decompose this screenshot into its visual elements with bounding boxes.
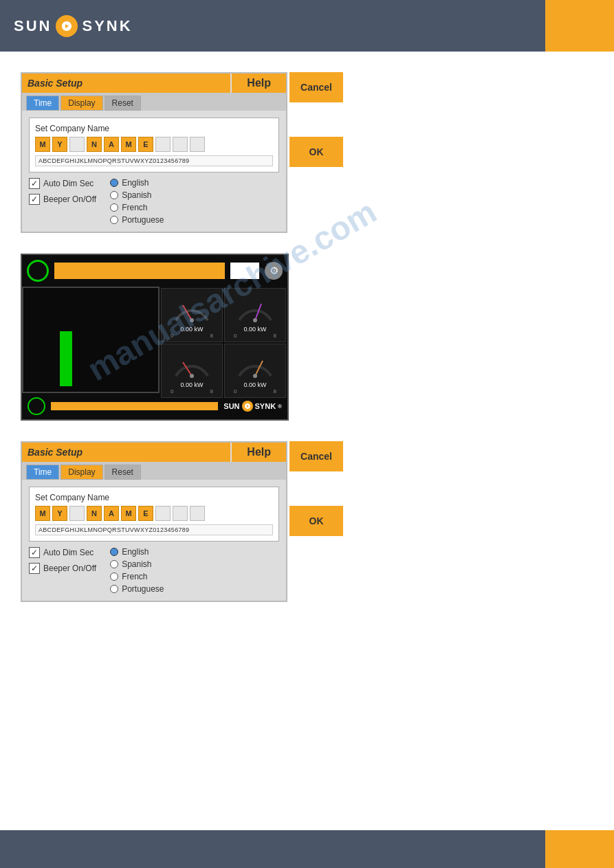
char-Y-1[interactable]: Y <box>52 137 67 152</box>
char-N-2[interactable]: N <box>87 506 102 521</box>
auto-dim-checkbox-1[interactable]: ✓ <box>29 178 40 189</box>
gauge-scale-3: 08 <box>171 388 213 394</box>
beeper-label-1: Beeper On/Off <box>43 194 96 204</box>
radio-spanish-1[interactable]: Spanish <box>110 190 164 200</box>
radio-portuguese-dot-2 <box>110 585 118 593</box>
ok-button-1[interactable]: OK <box>289 137 343 167</box>
tab-display-2[interactable]: Display <box>61 465 102 480</box>
radio-portuguese-dot-1 <box>110 216 118 224</box>
tab-time-2[interactable]: Time <box>26 465 59 480</box>
bottom-orange-bar <box>51 402 218 410</box>
company-name-label-2: Set Company Name <box>35 493 273 502</box>
panel2-tabs: Time Display Reset <box>22 462 286 480</box>
radio-french-1[interactable]: French <box>110 203 164 212</box>
tab-reset-2[interactable]: Reset <box>105 465 141 480</box>
panel2-help-btn[interactable]: Help <box>230 443 286 462</box>
gauge-4: 0.00 kW 08 <box>224 344 286 398</box>
beeper-label-2: Beeper On/Off <box>43 564 96 573</box>
char-empty4-1[interactable] <box>190 137 205 152</box>
char-empty2-1[interactable] <box>155 137 171 152</box>
top-white-box <box>230 263 259 279</box>
radio-french-dot-1 <box>110 203 118 212</box>
char-M-1[interactable]: M <box>35 137 50 152</box>
radio-spanish-label-2: Spanish <box>122 559 151 569</box>
char-M2-1[interactable]: M <box>121 137 136 152</box>
radio-french-2[interactable]: French <box>110 572 164 581</box>
gauge-svg-3 <box>171 347 213 381</box>
char-empty3-1[interactable] <box>173 137 188 152</box>
radio-spanish-dot-1 <box>110 191 118 199</box>
char-empty1-2[interactable] <box>69 506 85 521</box>
auto-dim-item-2[interactable]: ✓ Auto Dim Sec <box>29 547 96 558</box>
char-empty2-2[interactable] <box>155 506 171 521</box>
char-A-1[interactable]: A <box>104 137 119 152</box>
cancel-button-1[interactable]: Cancel <box>289 72 343 102</box>
display-gauges: 0.00 kW 08 0.00 kW <box>160 287 287 393</box>
cancel-button-2[interactable]: Cancel <box>289 441 343 471</box>
panel1-title: Basic Setup <box>28 78 83 89</box>
company-name-label-1: Set Company Name <box>35 124 273 133</box>
char-N-1[interactable]: N <box>87 137 102 152</box>
tab-reset-1[interactable]: Reset <box>105 96 141 111</box>
beeper-checkbox-2[interactable]: ✓ <box>29 563 40 574</box>
display-top-bar: ⚙ <box>22 255 287 287</box>
gauge-scale-4: 08 <box>234 388 276 394</box>
gauge-label-4: 0.00 kW <box>243 381 266 388</box>
char-E-1[interactable]: E <box>138 137 153 152</box>
auto-dim-label-2: Auto Dim Sec <box>43 548 94 557</box>
panel1-tabs: Time Display Reset <box>22 93 286 111</box>
radio-portuguese-1[interactable]: Portuguese <box>110 215 164 225</box>
auto-dim-label-1: Auto Dim Sec <box>43 179 94 188</box>
radio-french-label-1: French <box>122 203 147 212</box>
auto-dim-checkbox-2[interactable]: ✓ <box>29 547 40 558</box>
panel1-title-area: Basic Setup <box>22 74 230 93</box>
footer <box>0 830 614 868</box>
display-panel-wrapper: ⚙ <box>21 254 289 421</box>
panel2-main: Basic Setup Help Time Display Reset Set … <box>21 441 287 602</box>
panel2-title: Basic Setup <box>28 447 83 458</box>
panel2-body: Set Company Name M Y N A M E ABCDEFGHIJK… <box>22 480 286 601</box>
panel1-help-btn[interactable]: Help <box>230 74 286 93</box>
content-area: manualsarchive.com Basic Setup Help Time… <box>0 52 614 830</box>
radio-english-label-2: English <box>122 547 149 557</box>
char-E-2[interactable]: E <box>138 506 153 521</box>
logo-icon-small <box>242 401 253 412</box>
char-M-2[interactable]: M <box>35 506 50 521</box>
gauge-2: 0.00 kW 08 <box>224 288 286 342</box>
name-chars-row-1: M Y N A M E <box>35 137 273 152</box>
radio-english-2[interactable]: English <box>110 547 164 557</box>
panel1-wrapper: Basic Setup Help Time Display Reset Set … <box>21 72 593 233</box>
gauge-label-3: 0.00 kW <box>180 381 203 388</box>
gear-icon[interactable]: ⚙ <box>265 262 283 280</box>
tab-display-1[interactable]: Display <box>61 96 102 111</box>
radio-french-dot-2 <box>110 572 118 581</box>
gauge-label-1: 0.00 kW <box>180 326 203 333</box>
header-right-bar <box>545 0 614 52</box>
bottom-circle-indicator <box>28 397 45 415</box>
radio-spanish-dot-2 <box>110 560 118 568</box>
beeper-checkbox-1[interactable]: ✓ <box>29 194 40 205</box>
char-alphabet-2: ABCDEFGHIJKLMNOPQRSTUVWXYZ0123456789 <box>35 524 273 535</box>
tab-time-1[interactable]: Time <box>26 96 59 111</box>
char-empty4-2[interactable] <box>190 506 205 521</box>
radio-spanish-2[interactable]: Spanish <box>110 559 164 569</box>
radio-french-label-2: French <box>122 572 147 581</box>
gauge-3: 0.00 kW 08 <box>161 344 223 398</box>
ok-button-2[interactable]: OK <box>289 506 343 536</box>
char-M2-2[interactable]: M <box>121 506 136 521</box>
footer-right-bar <box>545 830 614 868</box>
char-Y-2[interactable]: Y <box>52 506 67 521</box>
panel1-side-buttons: Cancel OK <box>289 72 343 167</box>
synk-text-small: SYNK <box>255 402 276 410</box>
name-chars-row-2: M Y N A M E <box>35 506 273 521</box>
auto-dim-item-1[interactable]: ✓ Auto Dim Sec <box>29 178 96 189</box>
beeper-item-1[interactable]: ✓ Beeper On/Off <box>29 194 96 205</box>
radio-portuguese-label-2: Portuguese <box>122 584 164 594</box>
char-empty3-2[interactable] <box>173 506 188 521</box>
beeper-item-2[interactable]: ✓ Beeper On/Off <box>29 563 96 574</box>
radio-portuguese-2[interactable]: Portuguese <box>110 584 164 594</box>
gauge-1: 0.00 kW 08 <box>161 288 223 342</box>
char-A-2[interactable]: A <box>104 506 119 521</box>
char-empty1-1[interactable] <box>69 137 85 152</box>
radio-english-1[interactable]: English <box>110 178 164 188</box>
